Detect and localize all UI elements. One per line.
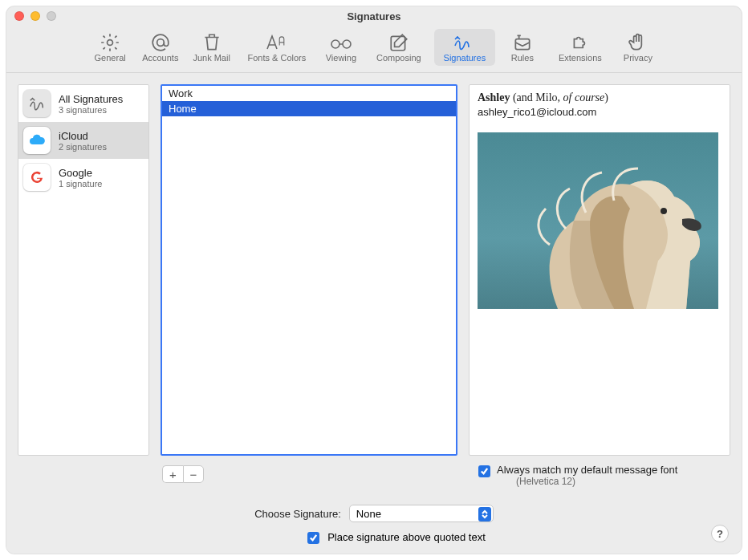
tab-accounts[interactable]: Accounts xyxy=(137,29,183,66)
bottom-options: Choose Signature: None Place signature a… xyxy=(6,490,742,554)
trash-icon xyxy=(201,32,222,53)
signature-badge-icon xyxy=(23,90,51,117)
rules-icon xyxy=(512,32,533,53)
svg-point-2 xyxy=(331,40,339,48)
match-font-checkbox[interactable] xyxy=(478,465,490,477)
account-sub: 3 signatures xyxy=(59,105,123,115)
signature-item-home[interactable]: Home xyxy=(162,101,456,116)
fonts-icon xyxy=(265,32,289,53)
tab-composing[interactable]: Composing xyxy=(368,29,429,66)
signature-icon xyxy=(453,32,477,53)
preview-name-bold: Ashley xyxy=(478,91,510,103)
dog-illustration xyxy=(526,148,710,309)
account-sub: 1 signature xyxy=(59,179,102,189)
choose-signature-label: Choose Signature: xyxy=(254,508,341,520)
at-icon xyxy=(150,32,171,53)
compose-icon xyxy=(388,32,409,53)
signatures-list[interactable]: Work Home xyxy=(161,84,457,456)
place-above-row: Place signature above quoted text xyxy=(18,530,730,544)
tab-privacy[interactable]: Privacy xyxy=(616,29,661,66)
account-title: All Signatures xyxy=(59,93,123,105)
panes: All Signatures 3 signatures iCloud 2 sig… xyxy=(6,73,742,461)
preferences-window: Signatures General Accounts Junk Mail Fo… xyxy=(6,6,742,554)
google-icon xyxy=(23,164,51,191)
tab-label: Junk Mail xyxy=(193,53,230,63)
tab-junk-mail[interactable]: Junk Mail xyxy=(188,29,234,66)
tab-general[interactable]: General xyxy=(87,29,132,66)
match-font-option: Always match my default message font (He… xyxy=(6,464,742,490)
svg-point-3 xyxy=(343,40,351,48)
tab-label: Viewing xyxy=(326,53,356,63)
svg-point-6 xyxy=(661,208,667,214)
signature-item-work[interactable]: Work xyxy=(162,86,456,101)
chevron-up-down-icon xyxy=(478,507,491,521)
tab-rules[interactable]: Rules xyxy=(500,29,545,66)
account-sub: 2 signatures xyxy=(59,142,107,152)
tab-extensions[interactable]: Extensions xyxy=(550,29,611,66)
account-item-all[interactable]: All Signatures 3 signatures xyxy=(18,85,148,122)
accounts-list: All Signatures 3 signatures iCloud 2 sig… xyxy=(18,84,149,456)
place-above-checkbox[interactable] xyxy=(307,532,319,544)
icloud-icon xyxy=(23,127,51,154)
puzzle-icon xyxy=(570,32,591,53)
tab-label: General xyxy=(95,53,126,63)
svg-point-0 xyxy=(108,40,113,46)
choose-signature-value: None xyxy=(356,508,381,520)
preview-name-line: Ashley (and Milo, of course) xyxy=(478,91,722,104)
tab-label: Extensions xyxy=(559,53,602,63)
tab-label: Composing xyxy=(376,53,421,63)
tab-label: Fonts & Colors xyxy=(247,53,306,63)
svg-point-1 xyxy=(157,39,164,47)
content-area: All Signatures 3 signatures iCloud 2 sig… xyxy=(6,73,742,554)
titlebar: Signatures xyxy=(6,6,742,26)
tab-viewing[interactable]: Viewing xyxy=(319,29,364,66)
hand-icon xyxy=(628,32,648,53)
help-button[interactable]: ? xyxy=(711,525,729,542)
gear-icon xyxy=(100,32,120,53)
account-title: Google xyxy=(59,167,102,179)
glasses-icon xyxy=(329,32,353,53)
preferences-toolbar: General Accounts Junk Mail Fonts & Color… xyxy=(6,26,742,73)
place-above-label: Place signature above quoted text xyxy=(327,531,486,543)
choose-signature-select[interactable]: None xyxy=(349,505,494,522)
preview-image xyxy=(478,132,718,309)
account-item-google[interactable]: Google 1 signature xyxy=(18,159,148,196)
match-font-label: Always match my default message font xyxy=(497,464,677,476)
tab-label: Privacy xyxy=(624,53,652,63)
tab-label: Signatures xyxy=(444,53,486,63)
tab-fonts-colors[interactable]: Fonts & Colors xyxy=(240,29,314,66)
tab-label: Accounts xyxy=(142,53,178,63)
tab-signatures[interactable]: Signatures xyxy=(434,29,495,66)
preview-email: ashley_rico1@icloud.com xyxy=(478,106,722,118)
signature-preview[interactable]: Ashley (and Milo, of course) ashley_rico… xyxy=(469,84,730,456)
match-font-sub: (Helvetica 12) xyxy=(516,476,677,487)
account-title: iCloud xyxy=(59,130,107,142)
choose-signature-row: Choose Signature: None xyxy=(18,505,730,522)
tab-label: Rules xyxy=(511,53,534,63)
window-title: Signatures xyxy=(6,10,742,22)
account-item-icloud[interactable]: iCloud 2 signatures xyxy=(18,122,148,159)
